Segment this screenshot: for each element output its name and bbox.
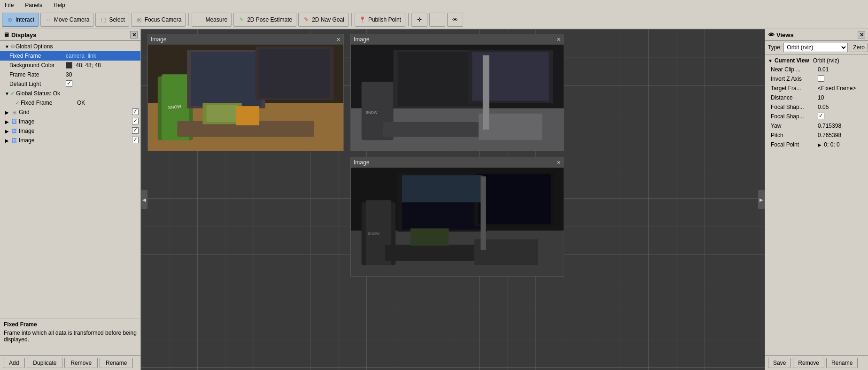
global-status-fixed-frame-label: Fixed Frame <box>21 100 77 106</box>
image-panel-3-close[interactable]: ✕ <box>557 160 561 166</box>
global-status-item[interactable]: ▼ ✓ Global Status: Ok <box>0 89 140 98</box>
image2-expand-icon[interactable]: ▶ <box>4 129 10 134</box>
interact-button[interactable]: ⊕ Interact <box>2 13 39 27</box>
grid-expand-icon[interactable]: ▶ <box>4 110 10 115</box>
menu-help[interactable]: Help <box>51 1 68 9</box>
current-view-label: Current View <box>775 57 809 64</box>
bg-color-text: 48; 48; 48 <box>76 62 101 69</box>
image-panel-1[interactable]: Image ✕ SNOW <box>147 34 344 151</box>
current-view-header[interactable]: ▼ Current View Orbit (rviz) <box>768 56 865 65</box>
image2-enabled-checkbox[interactable] <box>132 127 139 134</box>
image-panel-1-canvas: SNOW <box>148 45 343 151</box>
image3-icon: 🖼 <box>10 137 18 144</box>
pose-estimate-label: 2D Pose Estimate <box>247 16 292 23</box>
displays-close-button[interactable]: ✕ <box>130 31 138 39</box>
toolbar-separator-3 <box>408 13 409 26</box>
move-camera-button[interactable]: ↔ Move Camera <box>40 13 93 27</box>
pose-estimate-button[interactable]: ✎ 2D Pose Estimate <box>233 13 296 27</box>
views-type-select[interactable]: Orbit (rviz) FPS (rviz) TopDownOrtho (rv… <box>783 43 848 52</box>
select-icon: ⬚ <box>100 16 107 23</box>
desc-text: Frame into which all data is transformed… <box>4 330 137 343</box>
fixed-frame-value: camera_link <box>66 53 137 59</box>
image3-expand-icon[interactable]: ▶ <box>4 138 10 143</box>
fixed-frame-label: Fixed Frame <box>9 53 66 59</box>
view-button[interactable]: 👁 <box>447 13 463 27</box>
pitch-row[interactable]: Pitch 0.765398 <box>768 131 865 140</box>
menu-file[interactable]: File <box>2 1 16 9</box>
grid-enabled-checkbox[interactable] <box>132 108 139 115</box>
focal-shape1-row[interactable]: Focal Shap... 0.05 <box>768 102 865 112</box>
duplicate-button[interactable]: Duplicate <box>27 358 62 368</box>
focal-shape2-checkbox[interactable]: ✓ <box>818 113 824 119</box>
select-label: Select <box>109 16 124 23</box>
image-panel-2-close[interactable]: ✕ <box>557 37 561 43</box>
global-options-item[interactable]: ▼ ⚙ Global Options <box>0 42 140 51</box>
select-button[interactable]: ⬚ Select <box>95 13 129 27</box>
nav-goal-button[interactable]: ✎ 2D Nav Goal <box>298 13 349 27</box>
invert-z-checkbox[interactable] <box>818 75 824 82</box>
views-zero-button[interactable]: Zero <box>850 43 868 52</box>
views-remove-button[interactable]: Remove <box>793 358 824 368</box>
image1-checkbox-container <box>132 118 139 126</box>
focal-point-row[interactable]: Focal Point ▶ 0; 0; 0 <box>768 140 865 149</box>
bg-color-row[interactable]: Background Color 48; 48; 48 <box>0 61 140 70</box>
image-panel-2[interactable]: Image ✕ SNOW <box>350 34 564 151</box>
image-item-3[interactable]: ▶ 🖼 Image <box>0 136 140 145</box>
frame-rate-row[interactable]: Frame Rate 30 <box>0 70 140 79</box>
toolbar-separator-1 <box>188 13 189 26</box>
target-frame-row[interactable]: Target Fra... <Fixed Frame> <box>768 84 865 93</box>
views-close-button[interactable]: ✕ <box>858 31 865 39</box>
right-collapse-arrow[interactable]: ▶ <box>758 190 765 209</box>
add-button[interactable]: Add <box>3 358 25 368</box>
focal-point-expand: ▶ 0; 0; 0 <box>818 141 862 148</box>
minus-button[interactable]: — <box>429 13 445 27</box>
image-item-2[interactable]: ▶ 🖼 Image <box>0 126 140 136</box>
global-status-expand-icon[interactable]: ▼ <box>4 91 10 96</box>
interact-label: Interact <box>16 16 34 23</box>
global-options-expand-icon[interactable]: ▼ <box>4 44 10 49</box>
focal-shape2-label: Focal Shap... <box>771 113 818 120</box>
left-collapse-arrow[interactable]: ◀ <box>141 190 147 209</box>
publish-point-button[interactable]: 📍 Publish Point <box>355 13 405 27</box>
focus-camera-button[interactable]: ◎ Focus Camera <box>131 13 186 27</box>
image1-enabled-checkbox[interactable] <box>132 118 139 124</box>
measure-button[interactable]: — Measure <box>192 13 232 27</box>
rename-button[interactable]: Rename <box>100 358 133 368</box>
global-status-fixed-frame-row: ✓ Fixed Frame OK <box>0 98 140 108</box>
image-panel-3-header: Image ✕ <box>351 157 564 168</box>
image3-enabled-checkbox[interactable] <box>132 137 139 143</box>
yaw-row[interactable]: Yaw 0.715398 <box>768 121 865 131</box>
image-panel-2-title: Image <box>354 36 369 43</box>
image-item-1[interactable]: ▶ 🖼 Image <box>0 117 140 126</box>
crosshair-button[interactable]: ✛ <box>411 13 427 27</box>
image-panel-1-close[interactable]: ✕ <box>336 37 341 43</box>
global-options-icon: ⚙ <box>10 43 16 50</box>
near-clip-row[interactable]: Near Clip ... 0.01 <box>768 65 865 74</box>
viewport[interactable]: ◀ ▶ Image ✕ SNOW <box>141 29 765 370</box>
remove-button[interactable]: Remove <box>64 358 98 368</box>
invert-z-row[interactable]: Invert Z Axis <box>768 74 865 84</box>
bg-color-label: Background Color <box>9 62 66 69</box>
default-light-checkbox[interactable] <box>66 80 72 87</box>
views-save-button[interactable]: Save <box>768 358 791 368</box>
focal-point-expand-icon[interactable]: ▶ <box>818 142 822 147</box>
fixed-frame-row[interactable]: Fixed Frame camera_link <box>0 51 140 61</box>
default-light-row[interactable]: Default Light <box>0 79 140 89</box>
focal-shape2-row[interactable]: Focal Shap... ✓ <box>768 112 865 121</box>
views-rename-button[interactable]: Rename <box>826 358 858 368</box>
distance-row[interactable]: Distance 10 <box>768 93 865 102</box>
image1-icon: 🖼 <box>10 118 18 125</box>
interact-icon: ⊕ <box>6 16 14 23</box>
yaw-label: Yaw <box>771 123 818 129</box>
bottom-buttons: Add Duplicate Remove Rename <box>0 355 140 370</box>
grid-label: Grid <box>19 109 130 116</box>
views-content: ▼ Current View Orbit (rviz) Near Clip ..… <box>765 54 868 355</box>
image3-label: Image <box>19 137 130 144</box>
image1-expand-icon[interactable]: ▶ <box>4 119 10 124</box>
current-view-expand-icon: ▼ <box>768 58 773 63</box>
focus-camera-label: Focus Camera <box>145 16 182 23</box>
grid-item[interactable]: ▶ ⊞ Grid <box>0 108 140 117</box>
nav-goal-icon: ✎ <box>302 16 310 23</box>
menu-panels[interactable]: Panels <box>22 1 45 9</box>
image-panel-3[interactable]: Image ✕ SNOW <box>350 157 564 277</box>
